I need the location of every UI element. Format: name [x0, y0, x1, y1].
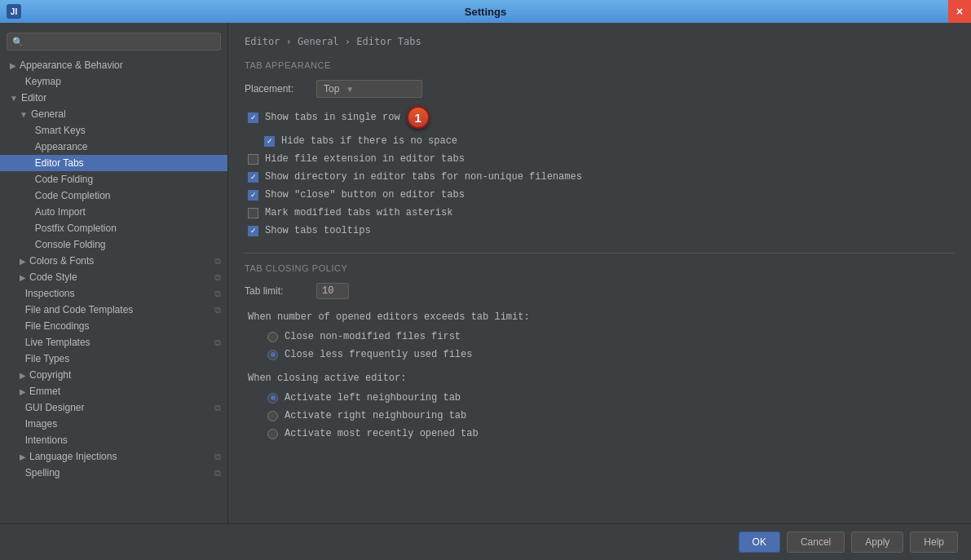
- app-icon: JI: [7, 4, 21, 19]
- sidebar-item-editor-tabs[interactable]: Editor Tabs: [0, 155, 227, 171]
- sidebar-item-appearance[interactable]: Appearance: [0, 139, 227, 155]
- expand-arrow: [20, 338, 22, 347]
- sidebar-item-language-injections[interactable]: ▶ Language Injections ⧉: [0, 448, 227, 465]
- sidebar-item-emmet[interactable]: ▶ Emmet: [0, 383, 227, 399]
- radio-activate-right[interactable]: [267, 411, 278, 421]
- sidebar-item-code-completion[interactable]: Code Completion: [0, 187, 227, 204]
- expand-arrow: [29, 159, 32, 168]
- sidebar-item-auto-import[interactable]: Auto Import: [0, 204, 227, 220]
- placement-value: Top: [324, 83, 339, 95]
- expand-arrow: [29, 175, 32, 184]
- radio-activate-left[interactable]: [267, 393, 278, 403]
- sidebar: 🔍 ▶ Appearance & Behavior Keymap ▼ Edito…: [0, 23, 228, 523]
- sidebar-item-intentions[interactable]: Intentions: [0, 432, 227, 448]
- expand-arrow: ▶: [20, 387, 26, 396]
- checkbox-hide-file-extension[interactable]: [248, 154, 258, 165]
- sidebar-item-code-style[interactable]: ▶ Code Style ⧉: [0, 269, 227, 285]
- sidebar-item-live-templates[interactable]: Live Templates ⧉: [0, 334, 227, 351]
- checkbox-label-show-tooltips: Show tabs tooltips: [265, 225, 371, 236]
- checkbox-label-show-close: Show "close" button on editor tabs: [265, 189, 465, 201]
- checkbox-show-close-button[interactable]: [248, 190, 258, 201]
- radio-activate-recent[interactable]: [267, 429, 278, 439]
- search-box[interactable]: 🔍: [7, 33, 221, 51]
- checkbox-row-hide-extension: Hide file extension in editor tabs: [245, 153, 955, 165]
- checkbox-label-show-directory: Show directory in editor tabs for non-un…: [265, 171, 582, 183]
- sidebar-item-colors-fonts[interactable]: ▶ Colors & Fonts ⧉: [0, 253, 227, 269]
- checkbox-show-tooltips[interactable]: [248, 226, 258, 236]
- expand-arrow: ▶: [10, 61, 16, 70]
- tab-closing-section: Tab Closing Policy Tab limit: When numbe…: [245, 263, 955, 439]
- exceeds-limit-label: When number of opened editors exceeds ta…: [248, 311, 530, 323]
- sidebar-item-label: Images: [25, 418, 57, 430]
- sidebar-item-editor[interactable]: ▼ Editor: [0, 90, 227, 106]
- sidebar-item-label: Appearance: [35, 141, 88, 152]
- checkbox-row-show-close: Show "close" button on editor tabs: [245, 189, 955, 201]
- sidebar-item-label: Code Folding: [35, 174, 93, 185]
- sidebar-item-label: Copyright: [29, 369, 71, 381]
- sidebar-item-postfix-completion[interactable]: Postfix Completion: [0, 220, 227, 236]
- radio-label-activate-right: Activate right neighbouring tab: [285, 410, 466, 421]
- sidebar-item-file-encodings[interactable]: File Encodings: [0, 318, 227, 334]
- sidebar-item-spelling[interactable]: Spelling ⧉: [0, 465, 227, 481]
- expand-arrow: [20, 436, 22, 445]
- expand-arrow: [20, 403, 22, 412]
- copy-icon: ⧉: [214, 468, 221, 478]
- expand-arrow: [20, 420, 22, 429]
- sidebar-item-label: File Types: [25, 353, 69, 364]
- expand-arrow: [29, 208, 32, 217]
- expand-arrow: ▶: [20, 371, 26, 380]
- sidebar-item-code-folding[interactable]: Code Folding: [0, 171, 227, 187]
- sidebar-item-general[interactable]: ▼ General: [0, 106, 227, 122]
- sidebar-item-smart-keys[interactable]: Smart Keys: [0, 122, 227, 139]
- breadcrumb: Editor › General › Editor Tabs: [245, 36, 955, 47]
- sidebar-item-label: Language Injections: [29, 451, 117, 462]
- checkbox-mark-modified[interactable]: [248, 208, 258, 218]
- closing-active-label: When closing active editor:: [248, 373, 406, 384]
- expand-arrow: [29, 126, 32, 135]
- checkbox-show-directory[interactable]: [248, 172, 258, 183]
- checkbox-row-mark-modified: Mark modified tabs with asterisk: [245, 207, 955, 218]
- expand-arrow: [29, 143, 32, 152]
- sidebar-item-label: File Encodings: [25, 320, 90, 332]
- expand-arrow: [29, 224, 32, 233]
- sidebar-item-keymap[interactable]: Keymap: [0, 73, 227, 90]
- cancel-button[interactable]: Cancel: [787, 531, 845, 553]
- expand-arrow: ▼: [10, 94, 18, 103]
- copy-icon: ⧉: [214, 403, 221, 413]
- apply-button[interactable]: Apply: [851, 531, 903, 553]
- tab-limit-input[interactable]: [316, 283, 349, 299]
- placement-label: Placement:: [245, 83, 310, 95]
- sidebar-item-label: Editor Tabs: [35, 157, 84, 169]
- sidebar-item-appearance-behavior[interactable]: ▶ Appearance & Behavior: [0, 57, 227, 73]
- copy-icon: ⧉: [214, 289, 221, 299]
- radio-close-non-modified[interactable]: [267, 332, 278, 342]
- radio-label-close-non-modified: Close non-modified files first: [285, 331, 461, 342]
- search-icon: 🔍: [12, 37, 24, 47]
- footer: OK Cancel Apply Help: [0, 523, 971, 560]
- placement-dropdown[interactable]: Top ▼: [316, 80, 422, 98]
- sidebar-item-label: Appearance & Behavior: [20, 60, 123, 71]
- sidebar-item-inspections[interactable]: Inspections ⧉: [0, 285, 227, 302]
- sidebar-item-copyright[interactable]: ▶ Copyright: [0, 367, 227, 383]
- help-button[interactable]: Help: [910, 531, 958, 553]
- checkbox-label-show-tabs: Show tabs in single row: [265, 112, 400, 123]
- checkbox-label-mark-modified: Mark modified tabs with asterisk: [265, 207, 452, 218]
- radio-close-less-frequent[interactable]: [267, 350, 278, 360]
- search-input[interactable]: [27, 36, 215, 47]
- sidebar-item-gui-designer[interactable]: GUI Designer ⧉: [0, 399, 227, 416]
- sidebar-item-label: General: [31, 108, 66, 120]
- ok-button[interactable]: OK: [739, 531, 780, 553]
- radio-row-activate-right: Activate right neighbouring tab: [245, 410, 955, 421]
- checkbox-show-tabs-single-row[interactable]: [248, 112, 258, 123]
- copy-icon: ⧉: [214, 256, 221, 267]
- checkbox-hide-tabs-no-space[interactable]: [264, 136, 275, 147]
- tab-limit-row: Tab limit:: [245, 283, 955, 299]
- sidebar-item-file-code-templates[interactable]: File and Code Templates ⧉: [0, 302, 227, 318]
- sidebar-item-console-folding[interactable]: Console Folding: [0, 236, 227, 253]
- radio-label-activate-recent: Activate most recently opened tab: [285, 428, 479, 439]
- close-button[interactable]: ×: [948, 0, 971, 23]
- sidebar-item-images[interactable]: Images: [0, 416, 227, 432]
- sidebar-item-label: Code Style: [29, 271, 77, 283]
- checkbox-row-show-tooltips: Show tabs tooltips: [245, 225, 955, 236]
- sidebar-item-file-types[interactable]: File Types: [0, 351, 227, 367]
